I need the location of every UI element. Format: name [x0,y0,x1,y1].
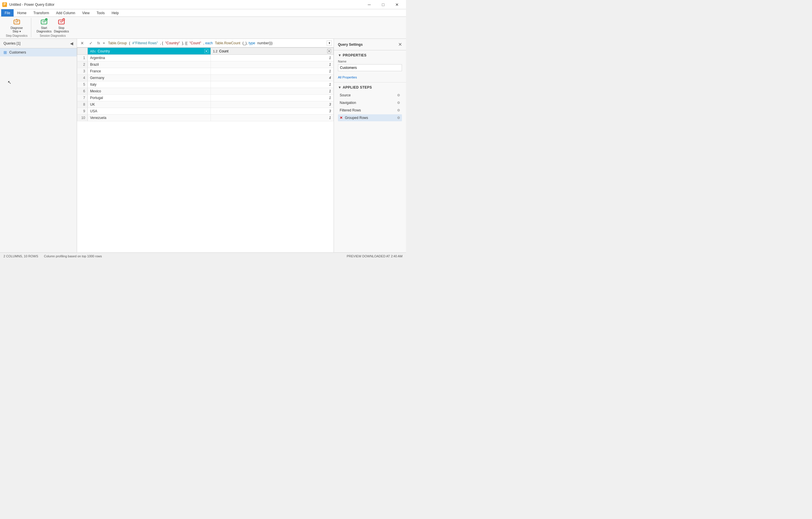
columns-rows-status: 2 COLUMNS, 10 ROWS [3,254,38,258]
country-cell: Germany [88,75,211,81]
row-number: 4 [77,75,88,81]
ribbon-tab-bar: File Home Transform Add Column View Tool… [0,9,406,17]
table-row: 6 Mexico 1 [77,88,334,95]
data-grid-area: ABc Country ▾ 1.2 Count ▾ [77,48,334,252]
applied-steps-header: ▼ APPLIED STEPS [338,85,402,89]
all-properties-link[interactable]: All Properties [338,75,357,79]
query-item-customers-label: Customers [9,50,26,54]
count-cell: 1 [210,115,334,121]
count-cell: 1 [210,55,334,61]
svg-rect-8 [63,19,64,20]
restore-button[interactable]: □ [376,0,390,9]
tab-file[interactable]: File [1,9,13,17]
table-row: 10 Venezuela 1 [77,115,334,121]
count-cell: 1 [210,81,334,88]
minimize-button[interactable]: ─ [362,0,376,9]
formula-type-keyword: type [249,41,255,45]
start-diagnostics-button[interactable]: StartDiagnostics [36,18,52,33]
country-cell: UK [88,101,211,108]
row-number: 6 [77,88,88,95]
step-gear-icon: ⚙ [397,108,400,112]
row-num-header [77,48,88,55]
country-cell: Italy [88,81,211,88]
properties-label: PROPERTIES [343,53,366,57]
row-number: 3 [77,68,88,75]
table-body: 1 Argentina 1 2 Brazil 1 3 France 1 4 Ge… [77,55,334,121]
diagnose-step-icon [13,18,21,26]
formula-paren1: ( [129,41,130,45]
queries-panel: Queries [1] ◀ ⊞ Customers ↖ [0,39,77,252]
row-number: 1 [77,55,88,61]
count-cell: 4 [210,75,334,81]
diagnose-step-button[interactable]: DiagnoseStep ▾ [9,18,25,33]
properties-arrow-icon: ▼ [338,53,341,57]
collapse-queries-button[interactable]: ◀ [70,41,73,46]
row-number: 9 [77,108,88,115]
table-row: 4 Germany 4 [77,75,334,81]
formula-display: = Table.Group ( #"Filtered Rows" , { "Co… [103,41,325,45]
country-cell: Brazil [88,61,211,68]
tab-view[interactable]: View [79,9,93,17]
applied-steps-section: ▼ APPLIED STEPS Source ⚙ Navigation ⚙ Fi… [334,83,406,125]
country-cell: Argentina [88,55,211,61]
country-filter-button[interactable]: ▾ [204,49,208,53]
formula-step-ref: #"Filtered Rows" [132,41,158,45]
properties-section-header: ▼ PROPERTIES [338,53,402,57]
step-x-icon: ✕ [340,116,343,120]
tab-tools[interactable]: Tools [93,9,108,17]
main-area: Queries [1] ◀ ⊞ Customers ↖ ✕ ✓ fx = Tab… [0,39,406,252]
query-name-input[interactable] [338,64,402,71]
count-cell: 3 [210,108,334,115]
formula-confirm-button[interactable]: ✓ [87,40,94,47]
content-area: ✕ ✓ fx = Table.Group ( #"Filtered Rows" … [77,39,334,252]
step-item-grouped-rows[interactable]: ✕ Grouped Rows ⚙ [338,114,402,121]
tab-help[interactable]: Help [108,9,122,17]
formula-fx-label: fx [96,41,101,45]
formula-bar: ✕ ✓ fx = Table.Group ( #"Filtered Rows" … [77,39,334,48]
query-settings-panel: Query Settings ✕ ▼ PROPERTIES Name All P… [334,39,406,252]
formula-cancel-button[interactable]: ✕ [79,40,86,47]
step-item-navigation[interactable]: Navigation ⚙ [338,99,402,106]
formula-expand-button[interactable]: ▾ [327,40,332,46]
steps-list: Source ⚙ Navigation ⚙ Filtered Rows ⚙ ✕ … [338,92,402,121]
ribbon-group-session-diagnostics: StartDiagnostics StopDiagnostics Session… [32,18,73,37]
step-item-source[interactable]: Source ⚙ [338,92,402,99]
country-cell: Mexico [88,88,211,95]
query-settings-title: Query Settings [338,42,362,47]
window-title: Untitled - Power Query Editor [9,3,360,7]
query-item-customers[interactable]: ⊞ Customers [0,48,77,56]
query-settings-header: Query Settings ✕ [334,39,406,50]
table-row: 3 France 1 [77,68,334,75]
country-cell: France [88,68,211,75]
country-column-label: Country [97,49,110,53]
close-button[interactable]: ✕ [390,0,404,9]
table-row: 9 USA 3 [77,108,334,115]
count-column-header: 1.2 Count ▾ [210,48,334,55]
tab-transform[interactable]: Transform [30,9,52,17]
count-cell: 1 [210,88,334,95]
formula-each-keyword: each [205,41,213,45]
window-controls: ─ □ ✕ [362,0,404,9]
count-cell: 1 [210,95,334,101]
table-row: 2 Brazil 1 [77,61,334,68]
queries-header-label: Queries [1] [3,41,21,45]
query-table-icon: ⊞ [3,50,7,55]
count-cell: 1 [210,61,334,68]
count-filter-button[interactable]: ▾ [327,49,331,53]
tab-add-column[interactable]: Add Column [53,9,79,17]
stop-diagnostics-button[interactable]: StopDiagnostics [53,18,69,33]
formula-country-str: "Country" [165,41,180,45]
tab-home[interactable]: Home [13,9,30,17]
count-type-icon: 1.2 [213,50,218,53]
queries-panel-header: Queries [1] ◀ [0,39,77,48]
formula-arg: (_), [242,41,249,45]
row-number: 2 [77,61,88,68]
formula-number-keyword: number}}) [257,41,272,45]
formula-rowcount-func: Table.RowCount [215,41,240,45]
step-item-filtered-rows[interactable]: Filtered Rows ⚙ [338,107,402,114]
name-field-label: Name [338,60,402,63]
query-settings-close-button[interactable]: ✕ [398,42,402,47]
row-number: 7 [77,95,88,101]
step-diagnostics-group-label: Step Diagnostics [6,34,28,37]
count-cell: 3 [210,101,334,108]
